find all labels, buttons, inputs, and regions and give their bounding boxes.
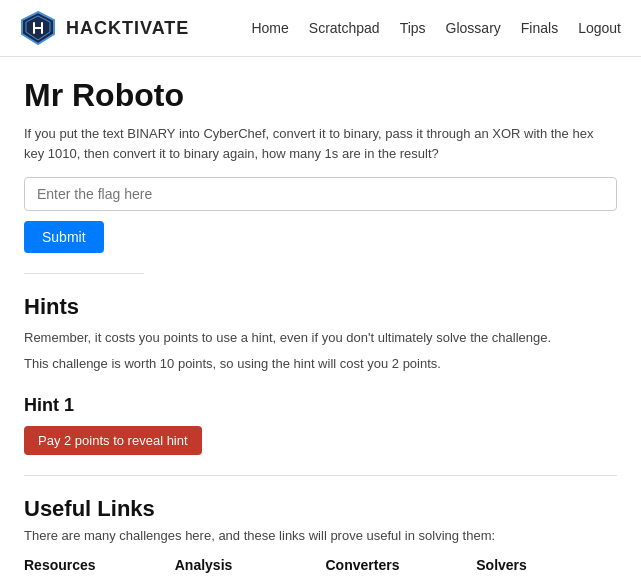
hints-title: Hints (24, 294, 617, 320)
hint-points: This challenge is worth 10 points, so us… (24, 354, 617, 374)
hint1-title: Hint 1 (24, 395, 617, 416)
logo-text: HACKTIVATE (66, 18, 189, 39)
main-nav: Home Scratchpad Tips Glossary Finals Log… (251, 20, 621, 36)
divider-2 (24, 475, 617, 476)
nav-glossary[interactable]: Glossary (446, 20, 501, 36)
challenge-description: If you put the text BINARY into CyberChe… (24, 124, 617, 163)
links-col-converters: Converters Base Conversion Common Calcul… (326, 557, 467, 580)
logo-icon (20, 10, 56, 46)
links-col-solvers: Solvers Anagram Solver Caesar Cipher (476, 557, 617, 580)
flag-input[interactable] (24, 177, 617, 211)
nav-finals[interactable]: Finals (521, 20, 558, 36)
nav-home[interactable]: Home (251, 20, 288, 36)
main-content: Mr Roboto If you put the text BINARY int… (0, 57, 641, 580)
logo-area: HACKTIVATE (20, 10, 189, 46)
useful-links-section: Useful Links There are many challenges h… (24, 496, 617, 580)
hint-warning: Remember, it costs you points to use a h… (24, 328, 617, 348)
links-col-analysis: Analysis Cipher Identifier (1) Cipher Id… (175, 557, 316, 580)
col-heading-converters: Converters (326, 557, 467, 573)
site-header: HACKTIVATE Home Scratchpad Tips Glossary… (0, 0, 641, 57)
col-heading-resources: Resources (24, 557, 165, 573)
nav-logout[interactable]: Logout (578, 20, 621, 36)
submit-button[interactable]: Submit (24, 221, 104, 253)
col-heading-solvers: Solvers (476, 557, 617, 573)
links-col-resources: Resources CyberChef ASCII Table (24, 557, 165, 580)
divider-1 (24, 273, 144, 274)
useful-links-description: There are many challenges here, and thes… (24, 528, 617, 543)
page-title: Mr Roboto (24, 77, 617, 114)
links-grid: Resources CyberChef ASCII Table Analysis… (24, 557, 617, 580)
col-heading-analysis: Analysis (175, 557, 316, 573)
nav-tips[interactable]: Tips (400, 20, 426, 36)
nav-scratchpad[interactable]: Scratchpad (309, 20, 380, 36)
reveal-hint-button[interactable]: Pay 2 points to reveal hint (24, 426, 202, 455)
useful-links-title: Useful Links (24, 496, 617, 522)
